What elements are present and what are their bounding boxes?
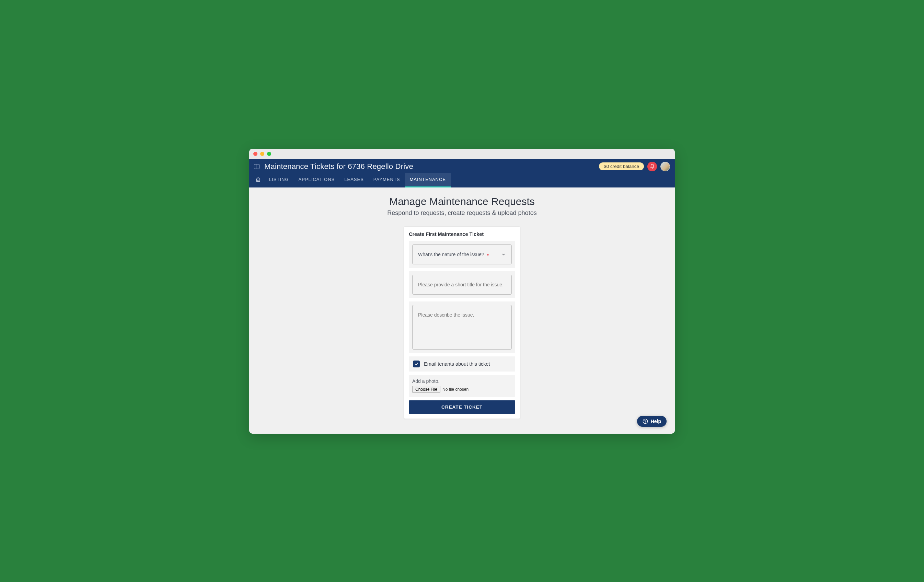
titlebar	[249, 149, 675, 159]
email-tenants-label: Email tenants about this ticket	[424, 361, 490, 367]
nav-tabs: LISTING APPLICATIONS LEASES PAYMENTS MAI…	[249, 173, 675, 187]
help-icon	[643, 418, 648, 424]
create-ticket-button[interactable]: CREATE TICKET	[409, 400, 515, 414]
app-window: Maintenance Tickets for 6736 Regello Dri…	[249, 149, 675, 434]
tab-applications[interactable]: APPLICATIONS	[294, 173, 340, 187]
email-tenants-checkbox[interactable]	[413, 360, 420, 367]
sub-heading: Respond to requests, create requests & u…	[249, 210, 675, 217]
tab-listing[interactable]: LISTING	[264, 173, 294, 187]
bell-icon	[650, 164, 655, 169]
avatar[interactable]	[660, 162, 670, 171]
page-title: Maintenance Tickets for 6736 Regello Dri…	[264, 162, 594, 171]
help-label: Help	[651, 418, 661, 424]
credit-balance-pill[interactable]: $0 credit balance	[599, 162, 644, 170]
file-status-label: No file chosen	[442, 387, 469, 392]
main-heading: Manage Maintenance Requests	[249, 196, 675, 207]
create-ticket-card: Create First Maintenance Ticket What's t…	[404, 226, 520, 419]
content-area: Manage Maintenance Requests Respond to r…	[249, 187, 675, 434]
window-close-button[interactable]	[253, 152, 257, 156]
card-title: Create First Maintenance Ticket	[409, 231, 515, 237]
issue-nature-placeholder: What's the nature of the issue?	[418, 252, 484, 257]
tab-leases[interactable]: LEASES	[340, 173, 369, 187]
issue-description-field[interactable]	[418, 312, 506, 340]
window-zoom-button[interactable]	[267, 152, 271, 156]
help-button[interactable]: Help	[637, 416, 667, 427]
choose-file-button[interactable]: Choose File	[412, 386, 441, 393]
tab-home[interactable]	[252, 173, 264, 187]
email-tenants-row: Email tenants about this ticket	[409, 356, 515, 372]
issue-nature-select[interactable]: What's the nature of the issue? ●	[412, 245, 512, 265]
check-icon	[414, 362, 419, 366]
tab-maintenance[interactable]: MAINTENANCE	[405, 173, 450, 187]
window-minimize-button[interactable]	[260, 152, 264, 156]
add-photo-label: Add a photo.	[412, 379, 512, 384]
svg-point-1	[645, 422, 645, 422]
notifications-button[interactable]	[647, 162, 657, 171]
tab-payments[interactable]: PAYMENTS	[369, 173, 405, 187]
issue-title-input[interactable]	[412, 275, 512, 294]
issue-title-field[interactable]	[418, 282, 506, 288]
required-indicator: ●	[487, 253, 489, 256]
add-photo-block: Add a photo. Choose File No file chosen	[409, 375, 515, 397]
issue-description-input[interactable]	[412, 305, 512, 349]
sidebar-toggle-icon[interactable]	[254, 164, 259, 169]
chevron-down-icon	[501, 252, 506, 257]
app-header: Maintenance Tickets for 6736 Regello Dri…	[249, 159, 675, 187]
home-icon	[256, 177, 261, 182]
